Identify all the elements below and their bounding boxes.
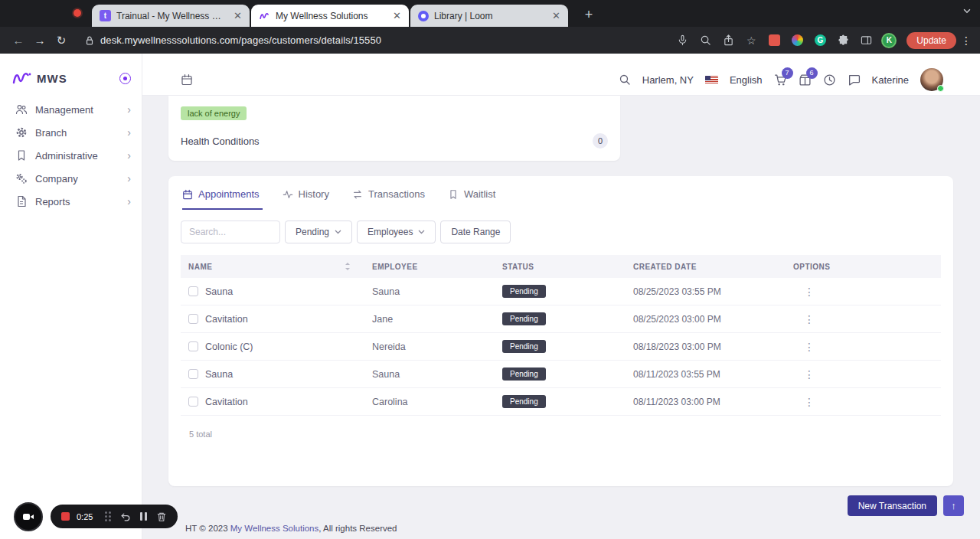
row-options-icon[interactable]: ⋮ (793, 341, 941, 353)
tab-waitlist[interactable]: Waitlist (448, 188, 498, 210)
search-icon[interactable] (619, 74, 631, 86)
sidebar-item-management[interactable]: Management › (0, 98, 142, 121)
status-filter-dropdown[interactable]: Pending (285, 220, 352, 243)
column-header-name[interactable]: NAME (188, 263, 212, 271)
health-conditions-row[interactable]: Health Conditions 0 (181, 120, 608, 159)
close-icon[interactable]: ✕ (391, 9, 403, 22)
reports-icon (15, 195, 28, 207)
sidebar-item-label: Administrative (35, 150, 98, 162)
row-checkbox[interactable] (188, 341, 198, 351)
share-icon[interactable] (719, 31, 737, 50)
lock-icon[interactable] (84, 35, 95, 46)
date-range-button[interactable]: Date Range (440, 220, 511, 243)
calendar-icon[interactable] (181, 74, 193, 86)
user-avatar[interactable] (920, 68, 943, 91)
row-checkbox[interactable] (188, 369, 198, 379)
grammarly-icon[interactable]: G (811, 31, 829, 50)
stop-recording-button[interactable] (61, 512, 70, 521)
row-checkbox[interactable] (188, 397, 198, 407)
sidebar-item-company[interactable]: Company › (0, 167, 142, 190)
tab-title: My Wellness Solutions (276, 11, 386, 21)
bookmark-icon (448, 189, 459, 200)
online-status-dot (937, 85, 944, 92)
table-header-row: NAME EMPLOYEE STATUS CREATED DATE OPTION… (181, 255, 941, 278)
appointment-name: Sauna (205, 286, 233, 297)
sidebar-item-reports[interactable]: Reports › (0, 190, 142, 213)
scroll-to-top-button[interactable]: ↑ (943, 495, 964, 516)
browser-tab-loom[interactable]: Library | Loom ✕ (410, 5, 568, 27)
cart-button[interactable]: 7 (774, 74, 787, 87)
chat-icon[interactable] (848, 74, 861, 87)
tab-transactions[interactable]: Transactions (352, 188, 428, 210)
location-label[interactable]: Harlem, NY (642, 74, 694, 86)
footer-brand-link[interactable]: My Wellness Solutions (230, 524, 318, 533)
side-panel-icon[interactable] (857, 31, 875, 50)
employee-name: Nereida (372, 341, 502, 352)
appointment-name: Sauna (205, 369, 233, 380)
refresh-icon[interactable]: ↻ (51, 30, 72, 51)
browser-tab-mws[interactable]: My Wellness Solutions ✕ (251, 5, 409, 27)
date-range-label: Date Range (451, 227, 500, 237)
sidebar: MWS Management › Branch › (0, 54, 142, 539)
row-checkbox[interactable] (188, 286, 198, 296)
browser-tabstrip: t Trainual - My Wellness Solution ✕ My W… (0, 0, 980, 27)
browser-profile-avatar[interactable]: K (880, 31, 898, 50)
bookmark-star-icon[interactable]: ☆ (742, 31, 760, 50)
search-icon[interactable] (696, 31, 714, 50)
close-icon[interactable]: ✕ (550, 9, 562, 22)
back-icon[interactable]: ← (8, 30, 29, 51)
new-transaction-button[interactable]: New Transaction (848, 495, 937, 516)
browser-tab-trainual[interactable]: t Trainual - My Wellness Solution ✕ (92, 5, 250, 27)
employees-filter-dropdown[interactable]: Employees (357, 220, 436, 243)
row-options-icon[interactable]: ⋮ (793, 286, 941, 298)
sort-icon[interactable] (345, 262, 351, 271)
status-badge: Pending (502, 395, 546, 408)
close-icon[interactable]: ✕ (232, 9, 243, 22)
new-tab-button[interactable]: + (579, 5, 599, 24)
row-options-icon[interactable]: ⋮ (793, 313, 941, 325)
delete-recording-icon[interactable] (156, 511, 167, 522)
extension-color-icon[interactable] (788, 31, 806, 50)
extensions-puzzle-icon[interactable] (834, 31, 852, 50)
row-options-icon[interactable]: ⋮ (793, 368, 941, 381)
sidebar-item-administrative[interactable]: Administrative › (0, 144, 142, 167)
table-row: Colonic (C) Nereida Pending 08/18/2023 0… (181, 333, 941, 361)
extension-red-icon[interactable] (765, 31, 783, 50)
search-input[interactable] (181, 220, 280, 243)
section-title: Health Conditions (181, 136, 260, 147)
copyright-text: HT © 2023 (185, 524, 230, 533)
row-options-icon[interactable]: ⋮ (793, 396, 941, 408)
packages-button[interactable]: 6 (799, 74, 812, 87)
restart-recording-icon[interactable] (120, 511, 131, 522)
table-row: Cavitation Carolina Pending 08/11/2023 0… (181, 388, 941, 416)
status-badge: Pending (502, 368, 546, 381)
pause-recording-icon[interactable] (140, 512, 147, 521)
user-name-label[interactable]: Katerine (872, 74, 909, 86)
mws-favicon (259, 10, 270, 21)
row-checkbox[interactable] (188, 314, 198, 324)
status-badge: Pending (502, 340, 546, 353)
language-label[interactable]: English (730, 74, 763, 86)
chevron-right-icon: › (127, 196, 131, 207)
appointments-card: Appointments History Trans (168, 176, 953, 486)
sidebar-item-branch[interactable]: Branch › (0, 121, 142, 144)
tab-title: Trainual - My Wellness Solution (116, 11, 227, 21)
drag-handle-icon[interactable] (105, 511, 111, 521)
chevron-down-icon (418, 230, 425, 234)
url-bar[interactable]: desk.mywellnesssolutions.com/pages/custo… (100, 34, 381, 46)
browser-menu-icon[interactable]: ⋮ (960, 34, 972, 47)
sidebar-collapse-icon[interactable] (119, 73, 131, 84)
mic-icon[interactable] (673, 31, 691, 50)
forward-icon[interactable]: → (29, 30, 51, 51)
browser-toolbar: ← → ↻ desk.mywellnesssolutions.com/pages… (0, 27, 980, 54)
chevron-down-icon (335, 230, 341, 234)
trainual-favicon: t (100, 10, 111, 21)
tab-history[interactable]: History (283, 188, 332, 210)
clock-icon[interactable] (823, 74, 836, 87)
tab-search-chevron-icon[interactable] (963, 8, 971, 14)
tab-label: Waitlist (464, 188, 495, 200)
loom-camera-bubble[interactable] (14, 502, 43, 531)
total-count-label: 5 total (181, 430, 941, 439)
update-button[interactable]: Update (906, 32, 956, 49)
tab-appointments[interactable]: Appointments (182, 188, 263, 210)
